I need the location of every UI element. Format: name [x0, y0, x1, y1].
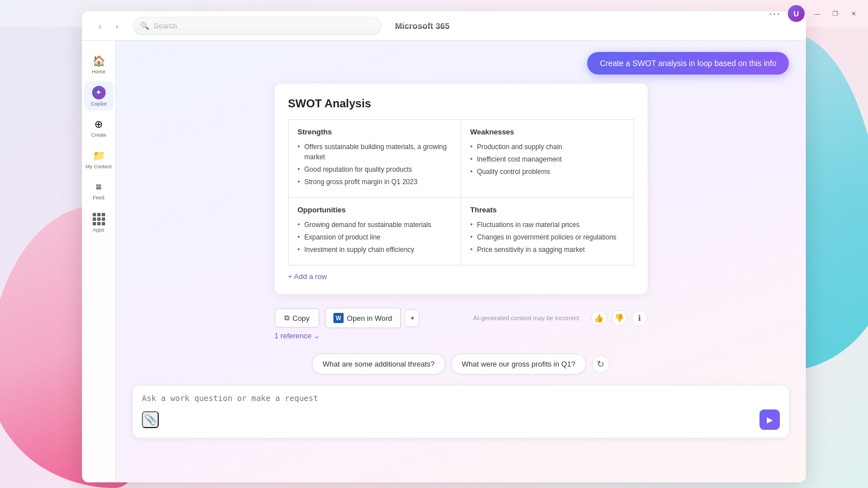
- list-item: Inefficient cost management: [470, 154, 624, 164]
- open-in-word-button[interactable]: W Open in Word: [325, 308, 401, 328]
- opportunities-list: Growing demand for sustainable materials…: [298, 220, 452, 255]
- window-body: 🏠 Home ✦ Copilot ⊕ Create 📁 My Content ≡…: [82, 41, 806, 482]
- sidebar-label-apps: Apps: [93, 227, 105, 233]
- sidebar-item-create[interactable]: ⊕ Create: [84, 113, 114, 142]
- home-icon: 🏠: [93, 55, 105, 67]
- copy-button[interactable]: ⧉ Copy: [275, 308, 319, 328]
- titlebar-dots-icon[interactable]: ···: [769, 8, 781, 20]
- weaknesses-list: Production and supply chain Inefficient …: [470, 142, 624, 177]
- list-item: Offers sustainable building materials, a…: [298, 142, 452, 162]
- sidebar-item-apps[interactable]: Apps: [84, 208, 114, 237]
- thumbs-down-button[interactable]: 👎: [611, 310, 627, 326]
- list-item: Expansion of product line: [298, 232, 452, 242]
- swot-actions-container: ⧉ Copy W Open in Word ▾ AI-generated con…: [275, 303, 648, 340]
- copy-icon: ⧉: [284, 313, 289, 323]
- thumbs-up-button[interactable]: 👍: [591, 310, 607, 326]
- sidebar-item-feed[interactable]: ≡ Feed: [84, 176, 114, 206]
- open-word-label: Open in Word: [347, 314, 392, 323]
- word-dropdown-button[interactable]: ▾: [406, 310, 419, 327]
- create-swot-button[interactable]: Create a SWOT analysis in loop based on …: [587, 52, 789, 75]
- input-area: 📎 ▶: [133, 386, 789, 438]
- copilot-icon: ✦: [92, 86, 106, 99]
- input-bottom: 📎 ▶: [142, 409, 780, 430]
- strengths-heading: Strengths: [298, 128, 452, 136]
- create-icon: ⊕: [94, 118, 103, 130]
- list-item: Changes in government policies or regula…: [470, 232, 624, 242]
- titlebar: ··· U — ❐ ✕: [0, 0, 868, 27]
- sidebar-label-create: Create: [91, 132, 106, 138]
- sidebar-item-home[interactable]: 🏠 Home: [84, 50, 114, 79]
- action-row: ⧉ Copy W Open in Word ▾ AI-generated con…: [275, 308, 648, 328]
- list-item: Good reputation for quality products: [298, 164, 452, 175]
- sidebar: 🏠 Home ✦ Copilot ⊕ Create 📁 My Content ≡…: [82, 41, 116, 482]
- list-item: Growing demand for sustainable materials: [298, 220, 452, 230]
- swot-row-bottom: Opportunities Growing demand for sustain…: [288, 198, 633, 265]
- close-button[interactable]: ✕: [848, 8, 859, 19]
- strengths-list: Offers sustainable building materials, a…: [298, 142, 452, 187]
- swot-title: SWOT Analysis: [288, 97, 634, 110]
- info-button[interactable]: ℹ: [632, 310, 648, 326]
- sidebar-item-copilot[interactable]: ✦ Copilot: [84, 81, 114, 111]
- reference-row[interactable]: 1 reference ⌄: [275, 332, 648, 340]
- ai-notice: AI-generated content may be incorrect.: [473, 315, 580, 321]
- chat-input[interactable]: [142, 394, 780, 403]
- sidebar-item-my-content[interactable]: 📁 My Content: [84, 145, 114, 174]
- swot-strengths-cell: Strengths Offers sustainable building ma…: [288, 120, 461, 198]
- threats-heading: Threats: [470, 206, 624, 214]
- sidebar-label-my-content: My Content: [85, 164, 111, 169]
- titlebar-controls: ··· U — ❐ ✕: [769, 5, 859, 22]
- sidebar-label-home: Home: [92, 69, 105, 75]
- list-item: Price sensitivity in a sagging market: [470, 245, 624, 255]
- avatar[interactable]: U: [788, 5, 805, 22]
- prompt-chip-1[interactable]: What were our gross profits in Q1?: [451, 354, 586, 374]
- swot-table: Strengths Offers sustainable building ma…: [288, 119, 634, 265]
- swot-row-top: Strengths Offers sustainable building ma…: [288, 120, 633, 198]
- swot-opportunities-cell: Opportunities Growing demand for sustain…: [288, 198, 461, 265]
- feed-icon: ≡: [96, 181, 102, 193]
- list-item: Investment in supply chain efficiency: [298, 245, 452, 255]
- list-item: Production and supply chain: [470, 142, 624, 152]
- swot-weaknesses-cell: Weaknesses Production and supply chain I…: [461, 120, 634, 198]
- copy-label: Copy: [293, 314, 310, 323]
- threats-list: Fluctuations in raw material prices Chan…: [470, 220, 624, 255]
- attach-button[interactable]: 📎: [142, 411, 159, 428]
- reference-label: 1 reference: [275, 332, 312, 340]
- my-content-icon: 📁: [93, 150, 105, 162]
- swot-card: SWOT Analysis Strengths Offers sustainab…: [275, 84, 648, 294]
- add-row-button[interactable]: + Add a row: [288, 272, 634, 281]
- refresh-prompts-button[interactable]: ↻: [592, 355, 610, 373]
- minimize-button[interactable]: —: [811, 8, 823, 19]
- main-content: Create a SWOT analysis in loop based on …: [116, 41, 806, 482]
- reference-chevron-icon: ⌄: [314, 332, 320, 340]
- word-icon: W: [333, 313, 344, 323]
- apps-icon: [93, 213, 105, 225]
- sidebar-label-copilot: Copilot: [90, 101, 106, 107]
- opportunities-heading: Opportunities: [298, 206, 452, 214]
- list-item: Quality control problems: [470, 167, 624, 177]
- weaknesses-heading: Weaknesses: [470, 128, 624, 136]
- main-window: ‹ › 🔍 Search Microsoft 365 🏠 Home ✦ Copi…: [82, 11, 806, 482]
- swot-threats-cell: Threats Fluctuations in raw material pri…: [461, 198, 634, 265]
- prompt-chip-0[interactable]: What are some additional threats?: [312, 354, 445, 374]
- suggested-prompts: What are some additional threats? What w…: [133, 354, 789, 374]
- send-button[interactable]: ▶: [760, 409, 780, 430]
- list-item: Fluctuations in raw material prices: [470, 220, 624, 230]
- sidebar-label-feed: Feed: [93, 195, 105, 201]
- list-item: Strong gross profit margin in Q1 2023: [298, 177, 452, 187]
- feedback-row: 👍 👎 ℹ: [591, 310, 648, 326]
- restore-button[interactable]: ❐: [830, 8, 841, 19]
